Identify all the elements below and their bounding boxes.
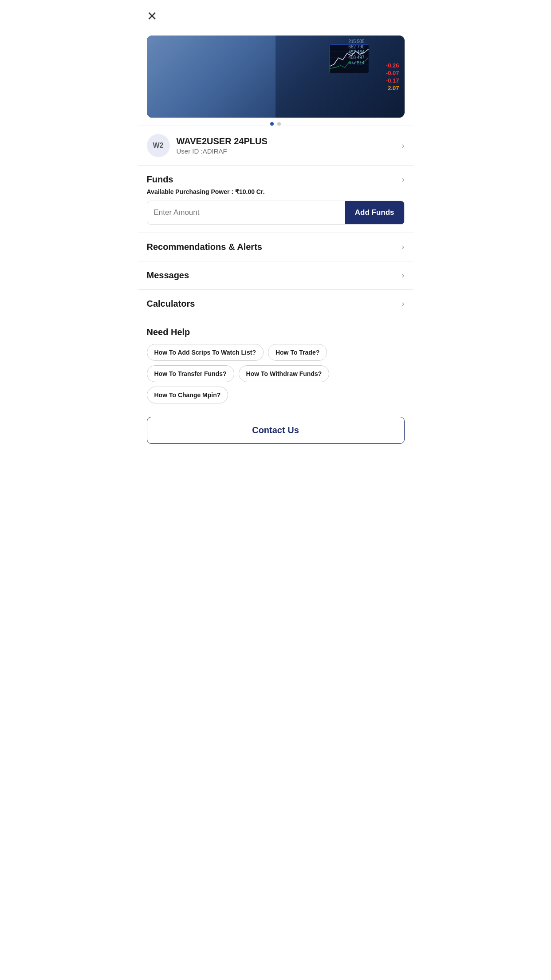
calculators-item[interactable]: Calculators › — [138, 290, 413, 318]
recommendations-chevron-icon: › — [402, 242, 405, 252]
recommendations-alerts-item[interactable]: Recommendations & Alerts › — [138, 233, 413, 261]
stock-list: 215 505 682 790 457 484 408 497 477 514 — [348, 39, 364, 65]
contact-us-bar[interactable]: Contact Us — [147, 417, 405, 444]
banner-numbers: -0.26 -0.07 -0.17 2.07 — [386, 62, 399, 91]
add-funds-button[interactable]: Add Funds — [345, 201, 404, 224]
messages-label: Messages — [147, 270, 402, 281]
messages-chevron-icon: › — [402, 271, 405, 280]
help-btn-withdraw[interactable]: How To Withdraw Funds? — [239, 365, 330, 382]
user-chevron-icon: › — [402, 141, 405, 150]
banner-section: -0.26 -0.07 -0.17 2.07 215 505 682 790 4… — [138, 36, 413, 126]
stock-value-1: -0.26 — [386, 62, 399, 69]
need-help-title: Need Help — [147, 327, 405, 337]
help-btn-mpin[interactable]: How To Change Mpin? — [147, 387, 228, 403]
messages-item[interactable]: Messages › — [138, 261, 413, 289]
stock-value-2: -0.07 — [386, 70, 399, 76]
enter-amount-input[interactable] — [147, 201, 345, 224]
recommendations-alerts-label: Recommendations & Alerts — [147, 242, 402, 252]
funds-header[interactable]: Funds › — [147, 166, 405, 188]
help-btn-trade[interactable]: How To Trade? — [268, 344, 327, 361]
stock-value-3: -0.17 — [386, 77, 399, 84]
user-id: User ID :ADIRAF — [177, 147, 402, 155]
funds-input-row: Add Funds — [147, 201, 405, 225]
close-button[interactable]: ✕ — [147, 9, 157, 24]
need-help-section: Need Help How To Add Scrips To Watch Lis… — [138, 318, 413, 412]
dot-1[interactable] — [270, 122, 274, 126]
help-buttons-grid: How To Add Scrips To Watch List? How To … — [147, 344, 405, 403]
help-btn-watchlist[interactable]: How To Add Scrips To Watch List? — [147, 344, 264, 361]
user-info: WAVE2USER 24PLUS User ID :ADIRAF — [177, 136, 402, 155]
avatar: W2 — [147, 134, 170, 157]
purchasing-power: Available Purchasing Power : ₹10.00 Cr. — [147, 188, 405, 195]
dot-2[interactable] — [277, 122, 281, 126]
carousel-dots — [147, 122, 405, 126]
calculators-label: Calculators — [147, 299, 402, 309]
user-section[interactable]: W2 WAVE2USER 24PLUS User ID :ADIRAF › — [138, 126, 413, 165]
help-btn-transfer[interactable]: How To Transfer Funds? — [147, 365, 234, 382]
contact-us-label: Contact Us — [252, 425, 299, 435]
funds-section: Funds › Available Purchasing Power : ₹10… — [138, 166, 413, 233]
calculators-chevron-icon: › — [402, 299, 405, 308]
funds-label: Funds — [147, 174, 402, 185]
user-name: WAVE2USER 24PLUS — [177, 136, 402, 146]
banner-image: -0.26 -0.07 -0.17 2.07 215 505 682 790 4… — [147, 36, 405, 118]
banner-content: -0.26 -0.07 -0.17 2.07 215 505 682 790 4… — [147, 36, 405, 118]
funds-chevron-icon: › — [402, 175, 405, 184]
stock-value-4: 2.07 — [386, 85, 399, 91]
person-area — [147, 36, 276, 118]
